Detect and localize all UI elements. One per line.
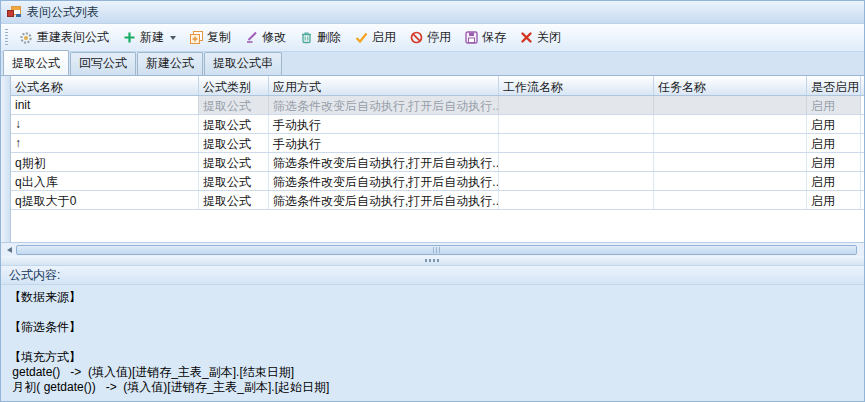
button-label: 复制 xyxy=(207,29,231,46)
gear-icon xyxy=(19,31,33,45)
table-cell[interactable] xyxy=(654,172,807,190)
column-header-task[interactable]: 任务名称 xyxy=(654,76,807,95)
table-cell[interactable]: ↑ xyxy=(11,134,199,152)
splitter-handle[interactable] xyxy=(1,256,864,266)
trash-icon xyxy=(300,31,313,44)
table-cell[interactable]: 手动执行 xyxy=(269,115,499,133)
formula-list-window: 表间公式列表 重建表间公式 新建 复制 修改 xyxy=(0,0,865,402)
table-cell[interactable] xyxy=(654,115,807,133)
table-cell[interactable]: 筛选条件改变后自动执行,打开后自动执行... xyxy=(269,96,499,114)
window-form-icon xyxy=(7,6,21,18)
disable-button[interactable]: 停用 xyxy=(404,26,457,49)
table-cell[interactable]: q提取大于0 xyxy=(11,191,199,209)
toolbar: 重建表间公式 新建 复制 修改 删除 xyxy=(1,24,864,52)
column-header-workflow[interactable]: 工作流名称 xyxy=(499,76,654,95)
tab-extract-formula[interactable]: 提取公式 xyxy=(3,50,69,75)
table-cell[interactable]: 提取公式 xyxy=(199,191,269,209)
save-button[interactable]: 保存 xyxy=(459,26,512,49)
table-cell[interactable]: 启用 xyxy=(807,115,861,133)
table-cell[interactable]: 启用 xyxy=(807,191,861,209)
rebuild-formula-button[interactable]: 重建表间公式 xyxy=(13,26,115,49)
table-cell[interactable]: q期初 xyxy=(11,153,199,171)
formula-content-line: getdate() -> (填入值)[进销存_主表_副本].[结束日期] xyxy=(9,365,864,380)
column-header-apply-mode[interactable]: 应用方式 xyxy=(269,76,499,95)
close-button[interactable]: 关闭 xyxy=(514,26,567,49)
ban-icon xyxy=(410,31,423,44)
table-cell[interactable] xyxy=(499,115,654,133)
table-cell[interactable] xyxy=(499,191,654,209)
formula-content-line: 【筛选条件】 xyxy=(9,320,864,335)
row-header-strip xyxy=(1,76,11,242)
table-row[interactable]: q期初 提取公式 筛选条件改变后自动执行,打开后自动执行... 启用 xyxy=(11,153,864,172)
table-cell[interactable] xyxy=(499,134,654,152)
table-cell[interactable]: 启用 xyxy=(807,172,861,190)
column-header-formula-type[interactable]: 公式类别 xyxy=(199,76,269,95)
formula-table: 公式名称 公式类别 应用方式 工作流名称 任务名称 是否启用 init 提取公式… xyxy=(1,75,864,242)
copy-icon xyxy=(190,31,203,44)
formula-content-body: 【数据来源】 【筛选条件】 【填充方式】 getdate() -> (填入值)[… xyxy=(1,285,864,401)
splitter-dots-icon xyxy=(425,259,440,262)
formula-content-header: 公式内容: xyxy=(1,266,864,285)
table-cell[interactable] xyxy=(499,153,654,171)
scrollbar-thumb[interactable] xyxy=(16,245,857,255)
table-cell[interactable] xyxy=(654,191,807,209)
table-cell[interactable]: 提取公式 xyxy=(199,153,269,171)
title-bar: 表间公式列表 xyxy=(1,1,864,24)
table-cell[interactable] xyxy=(654,134,807,152)
close-icon xyxy=(520,31,533,44)
table-cell[interactable]: 手动执行 xyxy=(269,134,499,152)
scroll-left-button[interactable] xyxy=(4,247,14,253)
column-header-formula-name[interactable]: 公式名称 xyxy=(11,76,199,95)
scroll-left-icon xyxy=(7,247,12,253)
toolbar-grip-icon xyxy=(5,29,8,47)
formula-content-line: 月初( getdate()) -> (填入值)[进销存_主表_副本].[起始日期… xyxy=(9,380,864,395)
table-cell[interactable] xyxy=(499,172,654,190)
formula-content-line: 【填充方式】 xyxy=(9,350,864,365)
table-cell[interactable]: q出入库 xyxy=(11,172,199,190)
button-label: 停用 xyxy=(427,29,451,46)
tab-strip: 提取公式 回写公式 新建公式 提取公式串 xyxy=(1,52,864,75)
enable-button[interactable]: 启用 xyxy=(349,26,402,49)
save-icon xyxy=(465,31,478,44)
button-label: 修改 xyxy=(262,29,286,46)
table-cell[interactable] xyxy=(654,153,807,171)
table-cell[interactable]: 提取公式 xyxy=(199,172,269,190)
button-label: 保存 xyxy=(482,29,506,46)
table-cell[interactable]: ↓ xyxy=(11,115,199,133)
table-row[interactable]: q出入库 提取公式 筛选条件改变后自动执行,打开后自动执行... 启用 xyxy=(11,172,864,191)
table-cell[interactable]: 筛选条件改变后自动执行,打开后自动执行... xyxy=(269,153,499,171)
table-cell[interactable]: init xyxy=(11,96,199,114)
chevron-down-icon[interactable] xyxy=(170,36,176,40)
copy-button[interactable]: 复制 xyxy=(184,26,237,49)
plus-icon xyxy=(123,31,136,44)
table-row[interactable]: ↓ 提取公式 手动执行 启用 xyxy=(11,115,864,134)
table-cell[interactable]: 筛选条件改变后自动执行,打开后自动执行... xyxy=(269,191,499,209)
table-cell[interactable]: 启用 xyxy=(807,153,861,171)
table-cell[interactable]: 提取公式 xyxy=(199,115,269,133)
pen-icon xyxy=(245,31,258,44)
table-row[interactable]: ↑ 提取公式 手动执行 启用 xyxy=(11,134,864,153)
horizontal-scrollbar[interactable] xyxy=(1,242,864,256)
table-row[interactable]: q提取大于0 提取公式 筛选条件改变后自动执行,打开后自动执行... 启用 xyxy=(11,191,864,210)
table-cell[interactable]: 提取公式 xyxy=(199,134,269,152)
table-header-row: 公式名称 公式类别 应用方式 工作流名称 任务名称 是否启用 xyxy=(11,76,864,96)
button-label: 新建 xyxy=(140,29,164,46)
table-row[interactable]: init 提取公式 筛选条件改变后自动执行,打开后自动执行... 启用 xyxy=(11,96,864,115)
column-header-enabled[interactable]: 是否启用 xyxy=(807,76,861,95)
tab-new-formula[interactable]: 新建公式 xyxy=(137,52,203,75)
delete-button[interactable]: 删除 xyxy=(294,26,347,49)
table-cell[interactable]: 筛选条件改变后自动执行,打开后自动执行... xyxy=(269,172,499,190)
formula-content-line: 【数据来源】 xyxy=(9,290,864,305)
button-label: 重建表间公式 xyxy=(37,29,109,46)
table-cell[interactable]: 提取公式 xyxy=(199,96,269,114)
edit-button[interactable]: 修改 xyxy=(239,26,292,49)
table-cell[interactable] xyxy=(654,96,807,114)
formula-content-line xyxy=(9,305,864,320)
table-cell[interactable]: 启用 xyxy=(807,96,861,114)
table-cell[interactable] xyxy=(499,96,654,114)
tab-writeback-formula[interactable]: 回写公式 xyxy=(70,52,136,75)
tab-extract-formula-chain[interactable]: 提取公式串 xyxy=(204,52,282,75)
new-button[interactable]: 新建 xyxy=(117,26,182,49)
table-cell[interactable]: 启用 xyxy=(807,134,861,152)
button-label: 启用 xyxy=(372,29,396,46)
